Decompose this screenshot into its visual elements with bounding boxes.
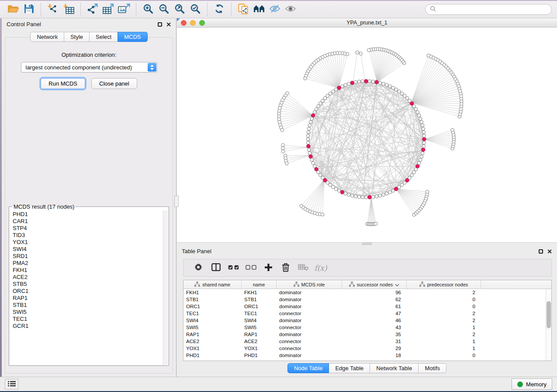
search-box[interactable] (425, 4, 552, 15)
mcds-result-list: PHD1CAR1STP4TID3YOX1SWI4SRD1PMA2FKH1ACE2… (9, 210, 169, 330)
horizontal-splitter-handle[interactable] (362, 243, 372, 245)
function-builder-button[interactable]: f(x) (312, 261, 329, 275)
tab-select[interactable]: Select (89, 32, 118, 42)
close-table-panel-button[interactable]: ✕ (547, 249, 552, 254)
table-cell: 2 (407, 290, 481, 295)
memory-button[interactable]: Memory (512, 378, 552, 390)
select-all-button[interactable] (225, 261, 242, 275)
table-cell: YOX1 (242, 346, 277, 351)
show-all-button[interactable] (283, 3, 298, 17)
settings-button[interactable] (190, 261, 207, 275)
minimize-window-button[interactable] (190, 20, 196, 26)
export-network-button[interactable] (85, 3, 100, 17)
maximize-window-button[interactable] (199, 20, 205, 26)
application-window: Control Panel ✕ NetworkStyleSelectMCDS O… (0, 0, 557, 391)
result-node[interactable]: SRD1 (13, 253, 169, 260)
import-network-button[interactable] (45, 3, 61, 17)
table-cell: 0 (407, 304, 481, 309)
save-session-button[interactable] (21, 3, 37, 17)
sort-indicator-icon (395, 282, 399, 287)
criterion-select[interactable]: largest connected component (undirected) (21, 62, 157, 72)
apply-layout-button[interactable] (211, 3, 227, 17)
result-node[interactable]: STP4 (13, 225, 169, 232)
table-row[interactable]: STB1STB1dominator620 (183, 296, 551, 303)
deselect-all-button[interactable] (242, 261, 259, 275)
table-cell: connector (277, 346, 342, 351)
table-tab-edge-table[interactable]: Edge Table (329, 363, 370, 373)
horizontal-splitter[interactable] (177, 242, 557, 245)
zoom-out-button[interactable] (156, 3, 172, 17)
result-node[interactable]: ACE2 (13, 274, 169, 281)
result-node[interactable]: GCR1 (13, 323, 169, 330)
table-tab-motifs[interactable]: Motifs (418, 363, 446, 373)
table-cell: ACE2 (183, 339, 242, 344)
table-tab-node-table[interactable]: Node Table (287, 363, 329, 373)
hide-selected-button[interactable] (267, 3, 283, 17)
column-header-shared-name[interactable]: shared name (183, 280, 242, 289)
table-row[interactable]: FKH1FKH1dominator962 (183, 289, 551, 296)
run-mcds-button[interactable]: Run MCDS (41, 78, 85, 89)
result-node[interactable]: ORC1 (13, 288, 169, 295)
table-tab-network-table[interactable]: Network Table (370, 363, 419, 373)
show-column-button[interactable] (207, 261, 225, 275)
zoom-in-icon (143, 3, 153, 15)
vertical-splitter-handle[interactable] (174, 196, 179, 207)
column-header-name[interactable]: name (242, 280, 277, 289)
result-scrollbar[interactable] (163, 210, 168, 365)
open-file-button[interactable] (5, 3, 21, 17)
close-panel-button[interactable]: ✕ (166, 22, 171, 27)
zoom-selected-button[interactable] (187, 3, 203, 17)
delete-column-button[interactable] (277, 261, 294, 275)
result-node[interactable]: PHD1 (13, 211, 169, 218)
close-window-button[interactable] (181, 20, 187, 26)
close-mcds-button[interactable]: Close panel (91, 78, 137, 89)
zoom-in-button[interactable] (140, 3, 156, 17)
zoom-fit-button[interactable] (172, 3, 187, 17)
result-node[interactable]: STB5 (13, 281, 169, 288)
search-input[interactable] (439, 6, 547, 13)
result-node[interactable]: YOX1 (13, 239, 169, 246)
table-row[interactable]: ACE2ACE2connector311 (183, 338, 551, 345)
table-row[interactable]: SWI4SWI4dominator462 (183, 317, 551, 324)
result-node[interactable]: SWI4 (13, 246, 169, 253)
column-header-predecessor-nodes[interactable]: predecessor nodes (407, 280, 481, 289)
tab-mcds[interactable]: MCDS (118, 32, 147, 42)
result-node[interactable]: STB1 (13, 302, 169, 309)
table-row[interactable]: YOX1YOX1connector291 (183, 345, 551, 352)
delete-table-button[interactable] (294, 261, 312, 275)
float-panel-button[interactable] (158, 22, 162, 27)
table-row[interactable]: RAP1RAP1dominator352 (183, 331, 551, 338)
tab-style[interactable]: Style (64, 32, 90, 42)
column-header-MCDS-role[interactable]: MCDS role (277, 280, 342, 289)
table-row[interactable]: PHD1PHD1dominator180 (183, 352, 551, 359)
task-history-button[interactable] (5, 379, 18, 389)
result-node[interactable]: RAP1 (13, 295, 169, 302)
first-neighbors-button[interactable] (251, 3, 267, 17)
table-scrollbar-thumb[interactable] (547, 301, 551, 328)
delete-column-icon (282, 263, 290, 273)
tab-network[interactable]: Network (30, 32, 64, 42)
table-row[interactable]: TEC1TEC1connector472 (183, 310, 551, 317)
table-row[interactable]: ORC1ORC1dominator610 (183, 303, 551, 310)
network-titlebar[interactable]: YPA_prune.txt_1 (177, 18, 557, 28)
result-node[interactable]: PMA2 (13, 260, 169, 267)
new-network-from-selection-button[interactable] (235, 3, 251, 17)
table-scrollbar[interactable] (546, 289, 551, 361)
table-row[interactable]: SWI5SWI5connector431 (183, 324, 551, 331)
result-node[interactable]: CAR1 (13, 218, 169, 225)
result-node[interactable]: TID3 (13, 232, 169, 239)
table-cell: PHD1 (242, 353, 277, 358)
result-node[interactable]: SWI5 (13, 309, 169, 316)
result-node[interactable]: TEC1 (13, 316, 169, 323)
result-node[interactable]: FKH1 (13, 267, 169, 274)
export-table-button[interactable] (100, 3, 116, 17)
float-table-panel-button[interactable] (539, 249, 543, 254)
export-image-button[interactable] (116, 3, 132, 17)
import-table-button[interactable] (61, 3, 76, 17)
network-graph[interactable] (177, 28, 557, 242)
network-canvas[interactable] (177, 28, 557, 242)
table-cell: 47 (342, 311, 407, 316)
list-icon (8, 381, 16, 388)
column-header-successor-nodes[interactable]: successor nodes (342, 280, 407, 289)
add-column-button[interactable] (259, 261, 277, 275)
